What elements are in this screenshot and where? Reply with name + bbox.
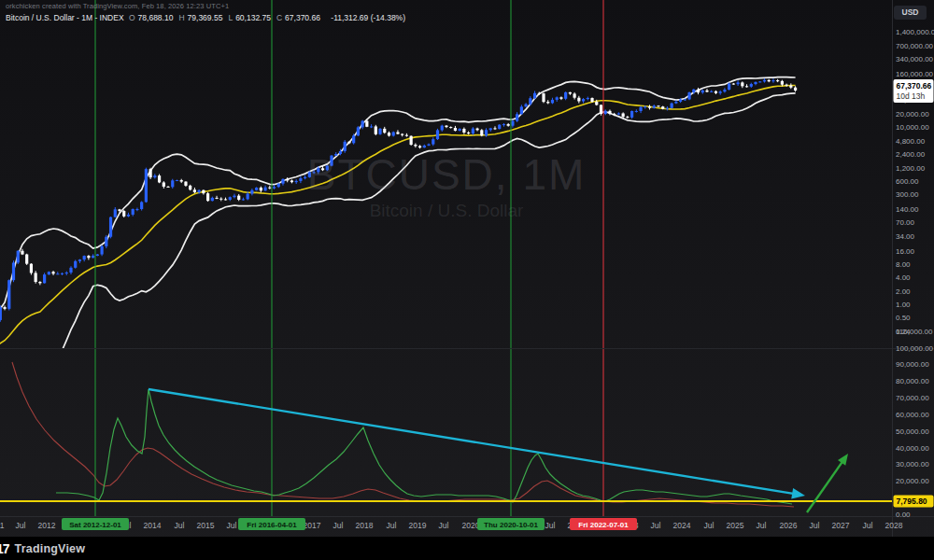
tradingview-chart-window: 1,400,000.00700,000.00340,000.00160,000.…: [0, 0, 934, 560]
ohlc-values: O78,688.10H79,369.55L60,132.75C67,370.66: [129, 13, 326, 22]
price-axis-label: 8.00: [896, 260, 911, 269]
event-date-badge[interactable]: Fri 2016-04-01: [238, 518, 305, 530]
event-date-badge[interactable]: Thu 2020-10-01: [477, 518, 545, 530]
ohlc-c: C67,370.66: [276, 13, 323, 22]
time-axis-label: Jul: [810, 521, 820, 530]
time-axis-label: 2017: [304, 521, 321, 530]
event-date-badge[interactable]: Fri 2022-07-01: [570, 518, 637, 530]
price-axis-label: 140.00: [896, 205, 919, 214]
indicator-axis-label: 90,000.00: [896, 360, 929, 369]
symbol-description[interactable]: Bitcoin / U.S. Dollar - 1M - INDEX: [6, 13, 124, 22]
time-axis-label: 2019: [409, 521, 427, 530]
svg-text:10d 13h: 10d 13h: [897, 91, 926, 101]
time-axis-label: Jul: [757, 521, 767, 530]
indicator-axis-label: 60,000.00: [896, 411, 929, 419]
svg-text:67,370.66: 67,370.66: [897, 81, 932, 91]
price-axis-label: 1.00: [896, 301, 911, 309]
price-axis-label: 600.00: [896, 177, 919, 186]
time-axis[interactable]: 1Jul2012JulJul2014Jul2015Jul2017Jul2018J…: [0, 521, 903, 530]
indicator-axis-label: 20,000.00: [896, 477, 929, 485]
price-axis-label: 1,400,000.00: [896, 28, 934, 36]
price-axis-label: 2.00: [896, 287, 911, 296]
time-axis-label: Jul: [651, 521, 661, 530]
time-axis-label: Jul: [175, 521, 185, 530]
drawings-layer: [0, 389, 893, 512]
time-axis-label: 2025: [727, 521, 744, 530]
candles-layer: [0, 78, 797, 322]
time-axis-label: Jul: [333, 521, 344, 530]
symbol-row[interactable]: Bitcoin / U.S. Dollar - 1M - INDEX O78,6…: [6, 13, 408, 22]
indicator-axis-label: 0.00: [896, 511, 911, 519]
time-axis-label: 2026: [780, 521, 798, 530]
price-axis-label: 4,800.00: [896, 137, 926, 146]
svg-text:7,795.80: 7,795.80: [897, 497, 927, 506]
time-axis-label: 2020: [462, 521, 480, 530]
price-axis-label: 0.50: [896, 314, 911, 322]
price-axis-label: 340,000.00: [896, 55, 934, 63]
svg-text:Sat 2012-12-01: Sat 2012-12-01: [69, 521, 121, 529]
indicator-axis-label: 40,000.00: [896, 444, 929, 453]
svg-text:Fri 2016-04-01: Fri 2016-04-01: [247, 521, 297, 529]
price-axis-label: 70.00: [896, 218, 915, 227]
ohlc-l: L60,132.75: [228, 13, 274, 22]
change-value: -11,312.69 (-14.38%): [331, 13, 405, 22]
price-axis-label: 20,000.00: [896, 110, 929, 119]
tradingview-logo-icon[interactable]: 17: [0, 541, 9, 556]
time-axis-label: 2015: [197, 521, 215, 530]
price-axis-label: 34.00: [896, 232, 915, 241]
time-axis-label: 2014: [144, 521, 162, 530]
chart-canvas[interactable]: 1,400,000.00700,000.00340,000.00160,000.…: [0, 0, 934, 560]
indicator-green-line: [56, 389, 792, 504]
indicator-level-badge: 7,795.80: [894, 496, 934, 508]
price-axis-label: 2,400.00: [896, 150, 926, 159]
time-axis-label: Jul: [545, 521, 556, 530]
indicator-axis-label: 80,000.00: [896, 377, 929, 385]
price-axis-label: 16.00: [896, 247, 915, 256]
tradingview-logo-text[interactable]: TradingView: [15, 542, 86, 555]
ohlc-o: O78,688.10: [129, 13, 176, 22]
price-axis-label: 10,000.00: [896, 123, 929, 132]
currency-unit-button[interactable]: USD: [894, 6, 927, 20]
indicator-axis-label: 30,000.00: [896, 460, 929, 469]
time-axis-label: Jul: [227, 521, 237, 530]
time-axis-label: 2028: [885, 521, 903, 530]
time-axis-label: 2027: [832, 521, 850, 530]
time-axis-label: 2018: [356, 521, 374, 530]
time-axis-label: 2024: [673, 521, 691, 530]
current-price-badge: 67,370.6610d 13h: [894, 79, 934, 103]
time-axis-label: 1: [0, 521, 5, 530]
time-axis-label: Jul: [16, 521, 26, 530]
time-axis-label: Jul: [439, 521, 449, 530]
indicator-axis-label: 50,000.00: [896, 427, 929, 436]
time-axis-label: Jul: [863, 521, 873, 530]
price-axis-label: 300.00: [896, 190, 919, 199]
svg-text:Thu 2020-10-01: Thu 2020-10-01: [484, 521, 538, 529]
green-forecast-arrow[interactable]: [807, 454, 848, 512]
time-axis-label: 2012: [38, 521, 56, 530]
chart-legend: orkchicken created with TradingView.com,…: [6, 2, 408, 22]
ohlc-h: H79,369.55: [178, 13, 225, 22]
event-lines-layer: [95, 0, 603, 516]
price-axis-label: 700,000.00: [896, 42, 934, 50]
time-axis-label: Jul: [704, 521, 715, 530]
indicator-red-line: [12, 362, 794, 507]
price-axis-label: 1,200.00: [896, 164, 926, 173]
price-axis-label: 4.00: [896, 273, 911, 282]
indicator-axis-label: 70,000.00: [896, 394, 929, 402]
indicator-axis-label: 100,000.00: [896, 344, 934, 353]
time-axis-label: Jul: [387, 521, 397, 530]
indicator-axis-label: 110,000.00: [896, 328, 933, 336]
price-axis-label: 160,000.00: [896, 70, 934, 78]
svg-text:Fri 2022-07-01: Fri 2022-07-01: [578, 521, 629, 529]
indicator-pane[interactable]: [12, 362, 794, 507]
axis-badges: Sat 2012-12-01Fri 2016-04-01Thu 2020-10-…: [62, 79, 934, 530]
event-date-badge[interactable]: Sat 2012-12-01: [62, 518, 129, 530]
cyan-trend-arrow[interactable]: [149, 389, 805, 499]
bottom-toolbar: 17 TradingView: [0, 537, 934, 560]
credit-line: orkchicken created with TradingView.com,…: [6, 2, 408, 10]
pane-separators: [0, 0, 934, 537]
